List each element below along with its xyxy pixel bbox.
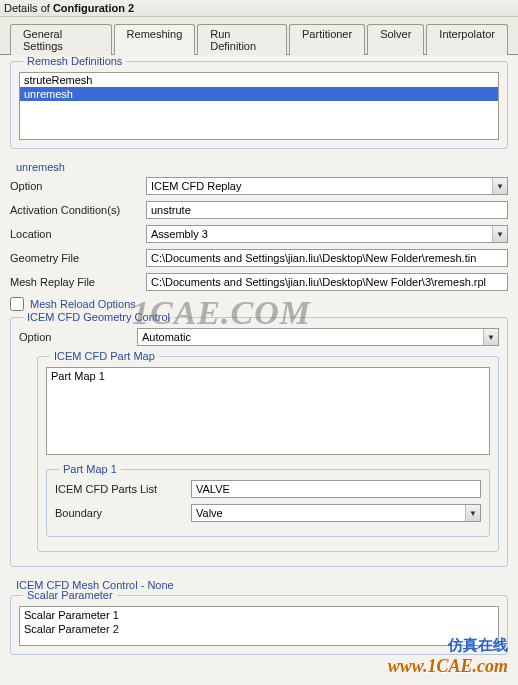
list-item[interactable]: struteRemesh [20,73,498,87]
title-bar: Details of Configuration 2 [0,0,518,17]
mesh-reload-options-checkbox[interactable]: Mesh Reload Options [10,297,136,311]
option-combo[interactable]: ▼ [146,177,508,195]
option-row: Option ▼ [10,177,508,195]
chevron-down-icon[interactable]: ▼ [465,505,480,521]
mesh-replay-input[interactable] [146,273,508,291]
title-name: Configuration 2 [53,2,134,14]
location-input[interactable] [146,225,508,243]
geom-option-combo[interactable]: ▼ [137,328,499,346]
checkbox-icon[interactable] [10,297,24,311]
boundary-label: Boundary [55,507,183,519]
current-remesh-label: unremesh [16,161,508,173]
mesh-reload-row: Mesh Reload Options [10,297,508,311]
chevron-down-icon[interactable]: ▼ [492,226,507,242]
boundary-input[interactable] [191,504,481,522]
scalar-parameter-listbox[interactable]: Scalar Parameter 1 Scalar Parameter 2 [19,606,499,646]
tab-remeshing[interactable]: Remeshing [114,24,196,55]
list-item-selected[interactable]: unremesh [20,87,498,101]
activation-label: Activation Condition(s) [10,204,138,216]
parts-list-row: ICEM CFD Parts List [55,480,481,498]
geometry-file-row: Geometry File [10,249,508,267]
geom-option-label: Option [19,331,129,343]
option-label: Option [10,180,138,192]
tab-run-definition[interactable]: Run Definition [197,24,287,55]
geometry-file-label: Geometry File [10,252,138,264]
mesh-reload-options-label: Mesh Reload Options [30,298,136,310]
remesh-definitions-listbox[interactable]: struteRemesh unremesh [19,72,499,140]
list-item[interactable]: Part Map 1 [51,370,485,382]
part-map-detail-group: Part Map 1 ICEM CFD Parts List Boundary … [46,469,490,537]
icem-part-map-legend: ICEM CFD Part Map [50,350,159,362]
chevron-down-icon[interactable]: ▼ [483,329,498,345]
geometry-file-input[interactable] [146,249,508,267]
option-input[interactable] [146,177,508,195]
tab-general-settings[interactable]: General Settings [10,24,112,55]
geom-option-row: Option ▼ [19,328,499,346]
remesh-definitions-group: Remesh Definitions struteRemesh unremesh [10,61,508,149]
list-item[interactable]: Scalar Parameter 2 [24,622,494,636]
location-row: Location ▼ [10,225,508,243]
scalar-parameter-group: Scalar Parameter Scalar Parameter 1 Scal… [10,595,508,655]
content-area: Remesh Definitions struteRemesh unremesh… [0,55,518,685]
list-item[interactable]: Scalar Parameter 1 [24,608,494,622]
boundary-combo[interactable]: ▼ [191,504,481,522]
location-combo[interactable]: ▼ [146,225,508,243]
boundary-row: Boundary ▼ [55,504,481,522]
chevron-down-icon[interactable]: ▼ [492,178,507,194]
icem-geometry-control-legend: ICEM CFD Geometry Control [23,311,174,323]
location-label: Location [10,228,138,240]
scalar-parameter-legend: Scalar Parameter [23,589,117,601]
tab-interpolator[interactable]: Interpolator [426,24,508,55]
tab-partitioner[interactable]: Partitioner [289,24,365,55]
remesh-definitions-legend: Remesh Definitions [23,55,126,67]
mesh-replay-label: Mesh Replay File [10,276,138,288]
activation-row: Activation Condition(s) [10,201,508,219]
tab-strip: General Settings Remeshing Run Definitio… [0,17,518,55]
part-map-detail-legend: Part Map 1 [59,463,121,475]
activation-input[interactable] [146,201,508,219]
parts-list-input[interactable] [191,480,481,498]
parts-list-label: ICEM CFD Parts List [55,483,183,495]
tab-solver[interactable]: Solver [367,24,424,55]
title-prefix: Details of [4,2,53,14]
icem-geometry-control-group: ICEM CFD Geometry Control Option ▼ ICEM … [10,317,508,567]
geom-option-input[interactable] [137,328,499,346]
part-map-listbox[interactable]: Part Map 1 [46,367,490,455]
mesh-replay-row: Mesh Replay File [10,273,508,291]
icem-part-map-group: ICEM CFD Part Map Part Map 1 Part Map 1 … [37,356,499,552]
